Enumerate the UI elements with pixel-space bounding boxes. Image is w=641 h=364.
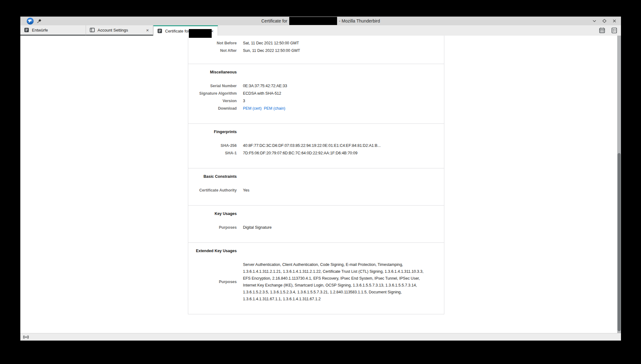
cert-row: Certificate AuthorityYes (188, 187, 444, 194)
section-fingerprints: FingerprintsSHA-25640:8F:77:DC:3C:D6:DF:… (188, 124, 444, 168)
window-title-suffix: - Mozilla Thunderbird (339, 18, 380, 23)
cert-row: Not BeforeSat, 11 Dec 2021 12:50:00 GMT (188, 39, 444, 47)
cert-row-value: Server Authentication, Client Authentica… (243, 261, 429, 303)
certificate-page: Not BeforeSat, 11 Dec 2021 12:50:00 GMTN… (20, 36, 621, 333)
cert-row-value: Yes (243, 187, 429, 194)
cert-row-value: 0E:3A:37:75:42:72:AE:33 (243, 82, 429, 90)
message-icon (157, 28, 162, 33)
cert-row-value: Sun, 11 Dec 2022 12:50:00 GMT (243, 47, 429, 54)
tab-label: Entwürfe (32, 28, 48, 32)
cert-row-value: 3 (243, 97, 429, 105)
cert-row: Signature AlgorithmECDSA with SHA-512 (188, 90, 444, 97)
close-icon[interactable] (612, 18, 617, 24)
section-header: Miscellaneous (188, 70, 237, 75)
cert-row-value: Sat, 11 Dec 2021 12:50:00 GMT (243, 39, 429, 47)
section-key-usages: Key UsagesPurposesDigital Signature (188, 206, 444, 243)
cert-row-label: Not Before (188, 39, 237, 47)
titlebar: Certificate for - Mozilla Thunderbird (20, 17, 621, 25)
certificate-card: Not BeforeSat, 11 Dec 2021 12:50:00 GMTN… (188, 36, 444, 314)
cert-row-label: Not After (188, 47, 237, 54)
scrollbar-thumb[interactable] (618, 153, 621, 331)
minimize-icon[interactable] (592, 18, 597, 24)
section-extended-key-usages: Extended Key UsagesPurposesServer Authen… (188, 243, 444, 314)
thunderbird-window: Certificate for - Mozilla Thunderbird En… (20, 17, 621, 341)
cert-row-value: 7D:F5:06:DF:20:79:07:6D:BC:7C:64:0D:22:9… (243, 149, 429, 157)
tab-label: Account Settings (98, 28, 128, 32)
window-title-prefix: Certificate for (261, 18, 287, 23)
section-header: Basic Constraints (188, 174, 237, 179)
download-link[interactable]: PEM (chain) (264, 106, 285, 111)
download-link[interactable]: PEM (cert) (243, 106, 262, 111)
cert-row: DownloadPEM (cert)PEM (chain) (188, 105, 444, 112)
cert-row: Version3 (188, 97, 444, 105)
thunderbird-logo (27, 17, 34, 25)
tab-bar: EntwürfeAccount Settings×Certificate for… (20, 25, 621, 36)
pin-icon[interactable] (37, 19, 42, 23)
cert-row: SHA-25640:8F:77:DC:3C:D6:DF:07:03:85:22:… (188, 142, 444, 149)
cert-row: SHA-17D:F5:06:DF:20:79:07:6D:BC:7C:64:0D… (188, 149, 444, 157)
cert-row-value: Digital Signature (243, 224, 429, 231)
redaction-box (189, 29, 212, 38)
titlebar-left-icons (27, 17, 42, 25)
cert-row-label: Purposes (188, 224, 237, 231)
scrollbar-track[interactable] (617, 36, 621, 333)
cert-row-label: SHA-1 (188, 149, 237, 157)
section-miscellaneous: MiscellaneousSerial Number0E:3A:37:75:42… (188, 64, 444, 124)
section-header: Key Usages (188, 211, 237, 216)
section-basic-constraints: Basic ConstraintsCertificate AuthorityYe… (188, 168, 444, 206)
cert-row-label: Certificate Authority (188, 187, 237, 194)
redaction-box (289, 17, 337, 25)
cert-row-value: 40:8F:77:DC:3C:D6:DF:07:03:85:22:94:19:2… (243, 142, 429, 149)
calendar-icon[interactable] (598, 27, 606, 34)
tab-certificate-for[interactable]: Certificate for× (153, 25, 218, 36)
section-header: Extended Key Usages (188, 248, 237, 253)
tab-label: Certificate for (165, 29, 189, 33)
tab-toolbar (598, 27, 618, 34)
cert-row-label: SHA-256 (188, 142, 237, 149)
cert-row: Serial Number0E:3A:37:75:42:72:AE:33 (188, 82, 444, 90)
account-settings-icon (90, 27, 95, 32)
cert-row-label: Purposes (188, 278, 237, 286)
cert-row-value: PEM (cert)PEM (chain) (243, 105, 429, 112)
status-bar (20, 333, 621, 341)
tasks-icon[interactable] (610, 27, 618, 34)
cert-row: PurposesDigital Signature (188, 224, 444, 231)
section-header: Fingerprints (188, 129, 237, 134)
cert-row-value: ECDSA with SHA-512 (243, 90, 429, 97)
cert-row-label: Version (188, 97, 237, 105)
window-controls (592, 17, 617, 25)
window-title: Certificate for - Mozilla Thunderbird (261, 17, 380, 25)
maximize-icon[interactable] (602, 18, 607, 24)
section-validity: Not BeforeSat, 11 Dec 2021 12:50:00 GMTN… (188, 36, 444, 64)
broadcast-icon (23, 335, 29, 339)
cert-row: PurposesServer Authentication, Client Au… (188, 261, 444, 303)
cert-row-label: Download (188, 105, 237, 112)
cert-row-label: Signature Algorithm (188, 90, 237, 97)
tab-account-settings[interactable]: Account Settings× (86, 25, 153, 36)
cert-row: Not AfterSun, 11 Dec 2022 12:50:00 GMT (188, 47, 444, 54)
cert-row-label: Serial Number (188, 82, 237, 90)
tab-entw-rfe[interactable]: Entwürfe (20, 25, 86, 36)
message-icon (24, 27, 29, 32)
tab-close-icon[interactable]: × (146, 28, 149, 32)
